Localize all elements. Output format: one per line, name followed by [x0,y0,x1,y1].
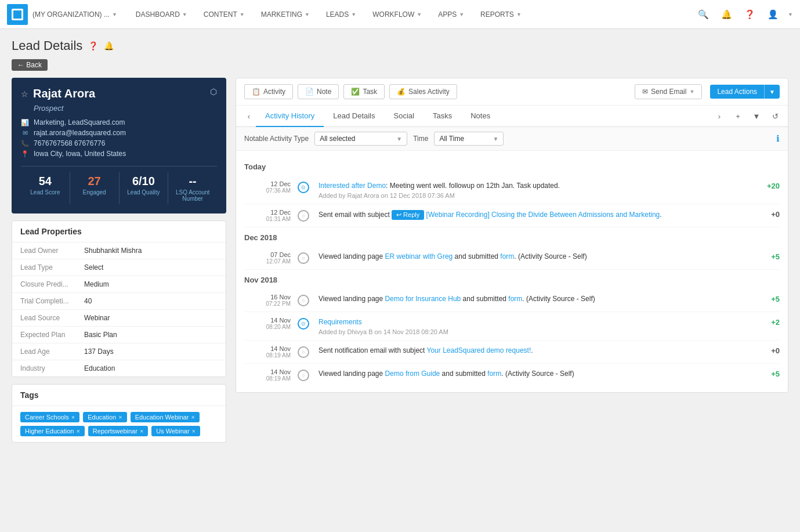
tab-tasks[interactable]: Tasks [423,106,461,127]
nav-item-marketing[interactable]: MARKETING ▼ [254,6,317,23]
activity-link[interactable]: ER webinar with Greg [385,252,453,260]
lsq-account-label: LSQ Account Number [168,189,217,202]
tab-lead-details[interactable]: Lead Details [324,106,384,127]
activity-link[interactable]: Demo from Guide [385,370,440,378]
bell-icon[interactable]: 🔔 [104,41,114,50]
activity-link[interactable]: Interested after Demo [318,182,386,190]
filter-row: Notable Activity Type All selected ▼ Tim… [236,127,788,151]
lead-quality-value: 6/10 [120,175,168,188]
activity-score: +5 [756,251,780,261]
stat-lsq-account: -- LSQ Account Number [168,172,217,204]
property-label: Expected Plan [20,331,84,339]
lead-actions-button[interactable]: Lead Actions [710,85,764,99]
marketing-chevron-icon: ▼ [305,12,310,17]
help-button[interactable]: ❓ [741,6,758,23]
tag-item[interactable]: Career Schools × [20,412,79,422]
tab-more-icon[interactable]: ▼ [750,109,763,123]
sales-activity-icon: 💰 [397,88,406,96]
tag-remove-icon[interactable]: × [192,428,196,435]
tab-refresh-icon[interactable]: ↺ [768,109,782,123]
nav-item-leads[interactable]: LEADS ▼ [319,6,363,23]
tag-item[interactable]: Us Webinar × [151,426,200,436]
tag-remove-icon[interactable]: × [140,428,143,435]
notable-activity-value: All selected [320,135,393,143]
tab-nav-left-arrow[interactable]: ‹ [242,109,256,123]
tag-remove-icon[interactable]: × [76,428,79,435]
activity-link[interactable]: Requirements [318,318,362,326]
help-circle-icon[interactable]: ❓ [88,41,98,50]
user-profile-button[interactable]: 👤 [765,6,781,23]
favorite-star-icon[interactable]: ☆ [21,89,28,99]
nav-item-workflow[interactable]: WORKFLOW ▼ [365,6,429,23]
nav-item-dashboard[interactable]: DASHBOARD ▼ [129,6,194,23]
workflow-chevron-icon: ▼ [417,12,422,17]
nav-item-reports[interactable]: REPORTS ▼ [473,6,528,23]
activity-date: 14 Nov [244,345,291,352]
property-label: Lead Type [20,263,84,272]
time-select[interactable]: All Time ▼ [434,132,504,146]
property-label: Lead Owner [20,247,84,255]
sales-activity-button[interactable]: 💰 Sales Activity [389,84,457,99]
org-selector[interactable]: (MY ORGANIZATION) ... ▼ [32,10,117,19]
activity-section-header: Today [244,162,780,171]
send-email-button[interactable]: ✉ Send Email ▼ [635,84,702,99]
activity-score: +20 [756,180,780,190]
tab-add-icon[interactable]: + [731,109,745,123]
note-button[interactable]: 📄 Note [298,84,339,99]
building-icon: 📊 [21,119,29,126]
tag-item[interactable]: Education × [83,412,126,422]
activity-button[interactable]: 📋 Activity [244,84,293,99]
tag-remove-icon[interactable]: × [191,414,194,421]
tab-actions: › + ▼ ↺ [712,109,782,123]
tab-activity-history[interactable]: Activity History [256,106,324,127]
activity-icon-col: ⊙ [298,317,312,330]
lead-actions-dropdown-button[interactable]: ▼ [764,85,780,99]
task-button[interactable]: ✅ Task [343,84,385,99]
property-value: Webinar [84,314,110,322]
activity-link2[interactable]: form [508,295,522,303]
stat-lead-quality: 6/10 Lead Quality [120,172,169,204]
tab-social[interactable]: Social [385,106,423,127]
tag-label: Education [88,414,116,421]
email-icon: ✉ [21,129,29,137]
lead-phone-row: 📞 7676767568 67676776 [21,139,217,147]
share-icon[interactable]: ⬡ [210,87,217,96]
reply-button[interactable]: ↩ Reply [392,210,424,220]
notable-activity-chevron-icon: ▼ [396,136,402,142]
activity-score: +5 [756,294,780,303]
nav-item-content[interactable]: CONTENT ▼ [197,6,252,23]
tag-remove-icon[interactable]: × [71,414,75,421]
lead-phone: 7676767568 67676776 [34,139,105,147]
back-button[interactable]: ← Back [12,59,48,71]
tag-item[interactable]: Reportswebinar × [88,426,148,436]
left-panel: ☆ Rajat Arora ⬡ Prospect 📊 Marketing, Le… [12,78,226,450]
tabs-row: ‹ Activity History Lead Details Social T… [236,106,788,127]
tab-notes[interactable]: Notes [461,106,499,127]
activity-link[interactable]: Your LeadSquared demo request! [427,346,531,354]
activity-date: 14 Nov [244,317,291,324]
activity-type-icon: ○ [298,210,309,222]
tag-item[interactable]: Education Webinar × [131,412,200,422]
activity-datetime: 14 Nov08:19 AM [244,368,291,382]
activity-time: 12:07 AM [244,258,291,265]
tab-nav-right-arrow[interactable]: › [712,109,726,123]
search-button[interactable]: 🔍 [695,6,711,23]
lead-name-row: ☆ Rajat Arora [21,87,95,100]
activity-link2[interactable]: form [500,252,514,260]
activity-item: 14 Nov08:20 AM⊙RequirementsAdded by Dhiv… [244,312,780,341]
right-panel: 📋 Activity 📄 Note ✅ Task 💰 Sales Activit… [236,78,788,393]
tag-remove-icon[interactable]: × [118,414,122,421]
app-logo[interactable] [7,4,28,25]
activity-link[interactable]: [Webinar Recording] Closing the Divide B… [426,211,660,219]
stat-engaged: 27 Engaged [70,172,120,204]
nav-item-apps[interactable]: APPS ▼ [431,6,471,23]
activity-link2[interactable]: form [487,370,501,378]
activity-type-icon: ○ [298,295,309,306]
activity-datetime: 14 Nov08:19 AM [244,345,291,359]
activity-link[interactable]: Demo for Insurance Hub [385,295,461,303]
filter-info-icon[interactable]: ℹ [776,133,780,144]
tag-item[interactable]: Higher Education × [20,426,85,436]
lead-score-label: Lead Score [21,189,70,196]
notifications-button[interactable]: 🔔 [718,6,734,23]
notable-activity-select[interactable]: All selected ▼ [314,132,407,146]
